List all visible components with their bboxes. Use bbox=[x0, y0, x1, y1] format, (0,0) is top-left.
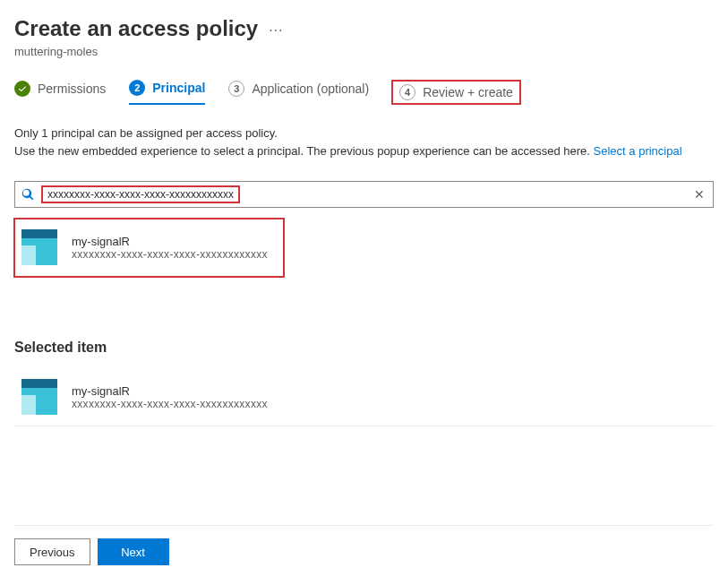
principal-search-input[interactable]: xxxxxxxx-xxxx-xxxx-xxxx-xxxxxxxxxxxx bbox=[14, 181, 714, 208]
step-number-icon: 4 bbox=[399, 84, 415, 100]
app-icon bbox=[21, 379, 57, 415]
selected-item-heading: Selected item bbox=[14, 340, 714, 356]
select-principal-link[interactable]: Select a principal bbox=[594, 144, 682, 158]
next-button[interactable]: Next bbox=[98, 538, 169, 565]
clear-icon[interactable]: ✕ bbox=[694, 187, 705, 202]
search-value: xxxxxxxx-xxxx-xxxx-xxxx-xxxxxxxxxxxx bbox=[42, 186, 239, 202]
step-principal[interactable]: 2 Principal bbox=[129, 80, 205, 105]
step-review-create[interactable]: 4 Review + create bbox=[399, 84, 513, 100]
wizard-stepper: Permissions 2 Principal 3 Application (o… bbox=[14, 80, 714, 105]
previous-button[interactable]: Previous bbox=[14, 538, 90, 565]
step-label: Principal bbox=[152, 81, 205, 95]
resource-subtitle: muttering-moles bbox=[14, 45, 714, 58]
step-number-icon: 2 bbox=[129, 80, 145, 96]
info-line-2: Use the new embedded experience to selec… bbox=[14, 144, 594, 158]
search-result-item[interactable]: my-signalR xxxxxxxx-xxxx-xxxx-xxxx-xxxxx… bbox=[14, 219, 275, 277]
selected-id: xxxxxxxx-xxxx-xxxx-xxxx-xxxxxxxxxxxx bbox=[72, 398, 268, 410]
step-permissions[interactable]: Permissions bbox=[14, 81, 106, 104]
principal-search-wrap: xxxxxxxx-xxxx-xxxx-xxxx-xxxxxxxxxxxx ✕ bbox=[14, 181, 714, 208]
checkmark-icon bbox=[14, 81, 30, 97]
result-title: my-signalR bbox=[72, 235, 268, 248]
result-id: xxxxxxxx-xxxx-xxxx-xxxx-xxxxxxxxxxxx bbox=[72, 248, 268, 261]
step-label: Application (optional) bbox=[252, 82, 369, 96]
step-number-icon: 3 bbox=[228, 81, 244, 97]
info-line-1: Only 1 principal can be assigned per acc… bbox=[14, 125, 714, 142]
app-icon bbox=[21, 229, 57, 265]
selected-title: my-signalR bbox=[72, 384, 268, 398]
step-label: Permissions bbox=[38, 82, 106, 96]
more-icon[interactable]: ··· bbox=[269, 22, 283, 39]
step-application[interactable]: 3 Application (optional) bbox=[228, 81, 369, 104]
step-label: Review + create bbox=[423, 85, 513, 99]
wizard-footer: Previous Next bbox=[14, 525, 714, 565]
search-icon bbox=[21, 188, 34, 201]
page-title: Create an access policy bbox=[14, 16, 258, 41]
selected-item: my-signalR xxxxxxxx-xxxx-xxxx-xxxx-xxxxx… bbox=[14, 368, 714, 426]
principal-info-text: Only 1 principal can be assigned per acc… bbox=[14, 125, 714, 159]
